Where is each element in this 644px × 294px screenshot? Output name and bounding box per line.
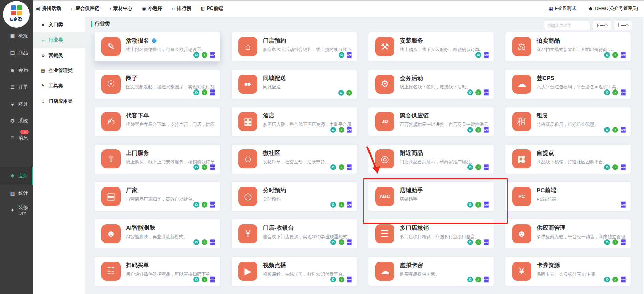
miniprogram-badge-icon: ♻ xyxy=(338,90,344,96)
app-root: E企盈 ▣概况▤商品☻会员☰订单¥财务⚙系统❞消息❖应用▥统计✦装修DIY ..… xyxy=(0,0,644,294)
search-row: 下一个 上一个 xyxy=(544,21,632,30)
content-scrollbar[interactable] xyxy=(641,17,644,294)
conference-icon: ⚙ xyxy=(375,75,394,94)
prev-button[interactable]: 上一个 xyxy=(614,21,632,30)
sidebar-item-label: 商品 xyxy=(18,50,28,56)
app-card-多门店核销[interactable]: ☰多门店核销多门店项目核销，商圈多行业项目整合。♻♪WAP xyxy=(368,219,494,248)
category-item-行业类[interactable]: ∴行业类 xyxy=(33,32,85,48)
time-booking-icon: ◷ xyxy=(238,187,257,206)
wechat-badge-icon: ♪ xyxy=(339,277,344,282)
category-item-入口类[interactable]: ★入口类 xyxy=(33,17,85,32)
top-nav-item-小程序[interactable]: ◉小程序 xyxy=(142,5,162,12)
app-card-虚拟卡密[interactable]: ☁虚拟卡密购买商品提供卡密。♻♪WAP xyxy=(368,257,494,286)
wap-badge-icon: WAP xyxy=(210,276,215,283)
wechat-badge-icon: ♪ xyxy=(339,164,344,170)
top-nav-item-PC前端[interactable]: ⊞PC前端 xyxy=(201,5,223,12)
app-card-自提点[interactable]: ▦自提点商品线下核销，打造社区团购平台。♻♪WAP xyxy=(505,145,631,174)
app-card-拍卖商品[interactable]: ⚖拍卖商品商品拍卖模式新零售，竞拍出价得商品。♻♪WAP xyxy=(505,32,631,61)
search-input[interactable] xyxy=(544,21,590,30)
app-card-租赁[interactable]: 租租赁特殊商品租用，租期租金优惠。♻♪WAP xyxy=(505,107,631,136)
card-title-text: 供应商管理 xyxy=(537,224,566,232)
wechat-badge-icon: ♪ xyxy=(612,89,618,95)
card-title-text: 会务活动 xyxy=(400,74,423,82)
user-menu[interactable]: ☻ DEMO(公众号管理员) xyxy=(588,5,638,12)
sitemap-icon: ∴ xyxy=(40,37,46,43)
diy-icon: ✦ xyxy=(10,207,15,213)
top-nav-label: 聚合供应链 xyxy=(76,5,99,12)
app-card-AI智能测肤[interactable]: ☻AI智能测肤AI智能测肤，美业引流新模式。♻♪WAP xyxy=(95,219,220,248)
category-item-企业管理类[interactable]: ▦企业管理类 xyxy=(33,63,85,78)
platform-badges: ♻♪WAP xyxy=(467,239,489,245)
top-nav-item-素材中心[interactable]: ♪素材中心 xyxy=(109,5,132,12)
app-card-同城配送[interactable]: ➠同城配送同城配送♻♪ xyxy=(232,70,357,99)
app-card-聚合供应链[interactable]: JD聚合供应链百万货源供应一键进货，自营商品一键推送云...♻♪WAP xyxy=(368,107,494,136)
next-button[interactable]: 下一个 xyxy=(593,21,611,30)
app-card-厂家[interactable]: ▤厂家自营商品厂家归类，高效自动拆单。♻♪WAP xyxy=(95,182,220,211)
card-title: 分时预约 xyxy=(263,186,286,194)
platform-badges: ♻♪WAP xyxy=(604,276,626,283)
card-title: 扫码买单 xyxy=(126,261,149,269)
category-item-营销类[interactable]: ⊙营销类 xyxy=(33,48,85,63)
app-card-供应商管理[interactable]: ☻供应商管理多供应商入驻，平台统一销售，商家独立管理。♻♪WAP xyxy=(505,219,631,248)
platform-badges: ♻♪WAP xyxy=(193,52,215,58)
stats-icon: ▥ xyxy=(10,190,15,196)
app-card-扫码买单[interactable]: ☷扫码买单用户通过插件选择商品，可以直接扫码下单。♻♪WAP xyxy=(95,257,220,286)
app-card-门店预约[interactable]: ⌂门店预约多商家线下活动组合销售，线上预约项目线下...♻WAP xyxy=(232,32,357,61)
supply-chain-icon: JD xyxy=(375,112,394,131)
top-nav-item-聚合供应链[interactable]: ○聚合供应链 xyxy=(70,5,99,12)
card-title-text: 代客下单 xyxy=(126,112,149,119)
app-card-上门服务[interactable]: ⇧上门服务线上购买，线下上门安装服务，核销确认订单。♻♪WAP xyxy=(95,145,220,174)
miniprogram-badge-icon: ♻ xyxy=(467,127,473,133)
sidebar-item-订单[interactable]: ☰订单 xyxy=(0,79,33,96)
brand-logo[interactable]: E企盈 xyxy=(3,1,30,28)
sidebar-item-应用[interactable]: ❖应用 xyxy=(0,167,33,185)
proxy-order-icon: ✍ xyxy=(101,112,121,131)
platform-badges: WAP xyxy=(621,201,626,208)
wap-badge-icon: WAP xyxy=(210,89,215,96)
app-card-店铺助手[interactable]: ABC店铺助手店铺助手♻♪WAP xyxy=(368,182,494,211)
sidebar-item-统计[interactable]: ▥统计 xyxy=(0,185,33,202)
app-card-活动报名[interactable]: ✎活动报名线上报名缴纳费用，付费金额营销设置。♻♪WAP xyxy=(95,32,220,61)
primary-sidebar: E企盈 ▣概况▤商品☻会员☰订单¥财务⚙系统❞消息❖应用▥统计✦装修DIY ..… xyxy=(0,0,33,294)
app-card-安装服务[interactable]: ⚒安装服务线上购买，线下安装服务，核销确认订单。♻WAP xyxy=(368,32,494,61)
logo-text: E企盈 xyxy=(10,16,23,22)
app-card-门店-收银台[interactable]: ¥门店-收银台整合线下门店资源，实现O2O异业联盟模式。♻♪WAP xyxy=(232,219,357,248)
app-card-会务活动[interactable]: ⚙会务活动线上报名线下签到，链接线下活动。♻♪WAP xyxy=(368,70,494,99)
app-card-PC前端[interactable]: PCPC前端PC端前端WAP xyxy=(505,182,631,211)
card-title: 安装服务 xyxy=(400,37,423,45)
app-card-代客下单[interactable]: ✍代客下单代替客户在后台下单，支持自营，门店，供应... xyxy=(95,107,220,136)
app-card-分时预约[interactable]: ◷分时预约分时预约♻♪WAP xyxy=(232,182,357,211)
app-card-卡券资源[interactable]: ¥卡券资源品牌卡券、会员权益直充/卡密♻♪WAP xyxy=(505,257,631,286)
sidebar-item-会员[interactable]: ☻会员 xyxy=(0,62,33,79)
category-item-工具类[interactable]: ⚑工具类 xyxy=(33,78,85,94)
card-title: 代客下单 xyxy=(126,112,149,119)
user-icon: ☻ xyxy=(588,6,593,11)
platform-badges: ♻♪WAP xyxy=(467,127,489,133)
app-card-视频点播[interactable]: ▶视频点播视频课程，在线学习，打造知识付费平台。♻♪WAP xyxy=(232,257,357,286)
miniprogram-badge-icon: ♻ xyxy=(193,164,199,170)
sidebar-item-商品[interactable]: ▤商品 xyxy=(0,45,33,62)
category-item-门店应用类[interactable]: ⌂门店应用类 xyxy=(33,94,85,109)
sidebar-item-财务[interactable]: ¥财务 xyxy=(0,96,33,113)
card-title-text: 视频点播 xyxy=(263,261,286,269)
sidebar-item-装修DIY[interactable]: ✦装修DIY xyxy=(0,202,33,219)
wechat-badge-icon: ♪ xyxy=(475,164,481,170)
app-card-微社区[interactable]: ☺微社区发帖种草，社交互动，活跃带货。♻♪WAP xyxy=(232,145,357,174)
top-header: ▣拼团活动○聚合供应链♪素材中心◉小程序○排行榜⊞PC前端 ▦ E企盈测试 ☻ … xyxy=(33,0,644,17)
app-card-芸CPS[interactable]: ☁芸CPS六大平台红包福利，平台必备高返佣工具。♻♪WAP xyxy=(505,70,631,99)
app-card-附近商品[interactable]: ◎附近商品门店商品首页展示，帮商家推广爆品。♻♪WAP xyxy=(368,145,494,174)
sidebar-item-概况[interactable]: ▣概况 xyxy=(0,28,33,45)
app-card-酒店[interactable]: ▦酒店多酒店入驻，整合线下酒店资源，丰富平台服...♻♪WAP xyxy=(232,107,357,136)
top-nav-item-拼团活动[interactable]: ▣拼团活动 xyxy=(35,5,61,12)
card-title-text: 聚合供应链 xyxy=(400,112,429,119)
sidebar-item-系统[interactable]: ⚙系统 xyxy=(0,113,33,130)
tag-icon: ⚑ xyxy=(40,83,46,88)
company-switcher[interactable]: ▦ E企盈测试 xyxy=(549,5,576,12)
app-card-圈子[interactable]: ☉圈子图文视频发帖，搭建兴趣圈子，实现知识付费。♻♪WAP xyxy=(95,70,220,99)
nearby-goods-icon: ◎ xyxy=(375,149,394,168)
miniprogram-badge-icon: ♻ xyxy=(193,239,199,245)
sidebar-item-label: 消息 xyxy=(18,135,28,141)
top-nav-item-排行榜[interactable]: ○排行榜 xyxy=(172,5,191,12)
category-label: 门店应用类 xyxy=(49,98,73,104)
card-title: 供应商管理 xyxy=(537,224,566,232)
